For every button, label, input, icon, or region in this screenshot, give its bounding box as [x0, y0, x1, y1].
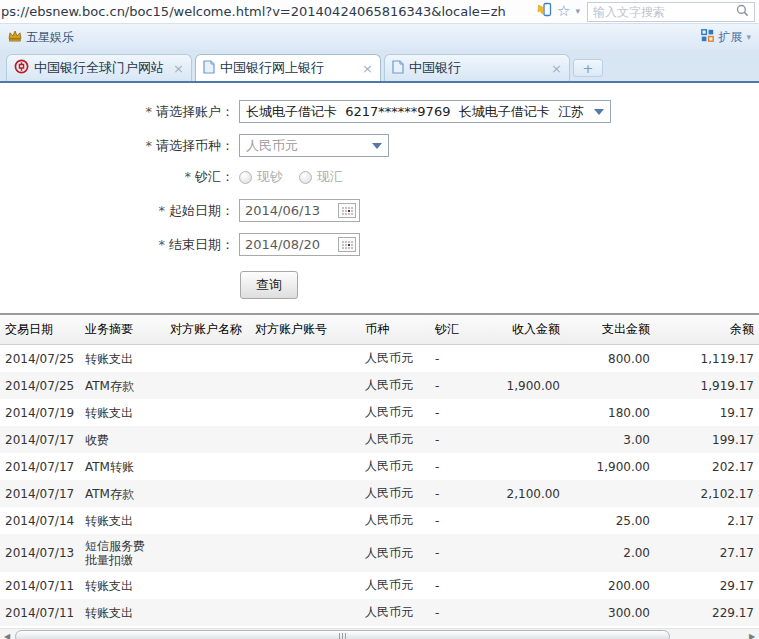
transaction-cell — [165, 572, 250, 599]
start-date-box — [239, 199, 360, 222]
scroll-right-icon[interactable]: ▶ — [745, 629, 759, 639]
transaction-cell: 转账支出 — [80, 399, 165, 426]
transaction-cell: ATM存款 — [80, 372, 165, 399]
scrollbar-grip — [345, 633, 346, 639]
start-date-input[interactable] — [245, 203, 325, 218]
transaction-cell: 2014/07/11 — [0, 599, 80, 626]
end-date-input[interactable] — [245, 237, 325, 252]
tab-close-icon[interactable]: × — [362, 62, 373, 75]
transaction-cell: 1,900.00 — [490, 372, 565, 399]
tab-close-icon[interactable]: × — [551, 62, 562, 75]
transaction-cell: - — [430, 507, 490, 534]
star-dropdown-icon[interactable]: ▾ — [575, 7, 580, 16]
tab-boc[interactable]: 中国银行 × — [384, 54, 570, 81]
transaction-cell — [250, 345, 360, 373]
send-to-phone-icon[interactable] — [537, 2, 552, 21]
col-header-currency: 币种 — [360, 314, 430, 345]
browser-window: ps://ebsnew.boc.cn/boc15/welcome.html?v=… — [0, 0, 759, 639]
transaction-cell: 199.17 — [655, 426, 759, 453]
col-header-income: 收入金额 — [490, 314, 565, 345]
transaction-cell — [250, 399, 360, 426]
account-select[interactable]: 长城电子借记卡 6217******9769 长城电子借记卡 江苏 — [239, 100, 611, 123]
transaction-cell: 短信服务费 批量扣缴 — [80, 534, 165, 572]
transaction-row: 2014/07/25转账支出人民币元-800.001,119.17 — [0, 345, 759, 373]
tab-label: 中国银行 — [409, 59, 546, 77]
transaction-cell — [165, 507, 250, 534]
transaction-cell: 2014/07/17 — [0, 480, 80, 507]
search-input[interactable] — [593, 5, 736, 19]
transaction-cell: 229.17 — [655, 599, 759, 626]
transaction-row: 2014/07/17收费人民币元-3.00199.17 — [0, 426, 759, 453]
boc-logo-icon — [14, 59, 29, 77]
transaction-cell — [490, 399, 565, 426]
transaction-cell: - — [430, 345, 490, 373]
scroll-left-icon[interactable]: ◀ — [0, 629, 14, 639]
cash-option[interactable]: 现钞 — [239, 168, 283, 186]
transaction-cell: - — [430, 480, 490, 507]
bookmark-star-icon[interactable]: ☆ — [557, 4, 570, 19]
address-url[interactable]: ps://ebsnew.boc.cn/boc15/welcome.html?v=… — [0, 4, 530, 19]
transaction-cell: 收费 — [80, 426, 165, 453]
tab-label: 中国银行网上银行 — [220, 59, 357, 77]
radio-cash[interactable] — [239, 171, 252, 184]
tab-close-icon[interactable]: × — [173, 62, 184, 75]
transaction-cell — [490, 572, 565, 599]
page-content: *请选择账户： 长城电子借记卡 6217******9769 长城电子借记卡 江… — [0, 83, 759, 639]
end-date-label: *结束日期： — [0, 236, 239, 254]
currency-label: *请选择币种： — [0, 137, 239, 155]
currency-select[interactable]: 人民币元 — [239, 134, 389, 157]
page-icon — [203, 60, 215, 77]
transaction-cell: 人民币元 — [360, 372, 430, 399]
transaction-cell: 25.00 — [565, 507, 655, 534]
transaction-cell: - — [430, 399, 490, 426]
transaction-cell: - — [430, 426, 490, 453]
transaction-cell: 转账支出 — [80, 345, 165, 373]
col-header-summary: 业务摘要 — [80, 314, 165, 345]
remit-option[interactable]: 现汇 — [299, 168, 343, 186]
page-icon — [392, 60, 404, 77]
transaction-cell: 2014/07/17 — [0, 426, 80, 453]
transaction-cell: 人民币元 — [360, 453, 430, 480]
scrollbar-grip — [342, 633, 343, 639]
transaction-cell — [250, 507, 360, 534]
extensions-button[interactable]: 扩展 ▾ — [701, 29, 751, 46]
col-header-counterparty-name: 对方账户名称 — [165, 314, 250, 345]
transaction-cell: - — [430, 599, 490, 626]
extensions-caret-icon: ▾ — [746, 33, 751, 42]
new-tab-button[interactable]: + — [573, 59, 603, 77]
required-mark: * — [159, 203, 166, 218]
transaction-cell — [250, 599, 360, 626]
bookmark-item[interactable]: 五星娱乐 — [8, 29, 74, 46]
tab-boc-online-banking[interactable]: 中国银行网上银行 × — [195, 54, 381, 81]
transaction-cell: - — [430, 572, 490, 599]
transaction-cell — [565, 480, 655, 507]
transaction-cell: 300.00 — [565, 599, 655, 626]
transaction-cell: 人民币元 — [360, 507, 430, 534]
transaction-cell: 19.17 — [655, 399, 759, 426]
transaction-cell: 180.00 — [565, 399, 655, 426]
query-button[interactable]: 查询 — [240, 271, 298, 299]
transaction-cell — [490, 453, 565, 480]
cash-option-label: 现钞 — [257, 168, 283, 186]
transaction-cell: 人民币元 — [360, 345, 430, 373]
calendar-icon[interactable] — [338, 237, 356, 252]
transaction-row: 2014/07/17ATM存款人民币元-2,100.002,102.17 — [0, 480, 759, 507]
search-icon[interactable] — [736, 2, 749, 21]
transaction-cell — [165, 480, 250, 507]
transaction-cell — [250, 572, 360, 599]
scrollbar-thumb[interactable] — [15, 630, 670, 639]
tab-boc-portal[interactable]: 中国银行全球门户网站 × — [6, 54, 192, 81]
transaction-cell: 2014/07/19 — [0, 399, 80, 426]
horizontal-scrollbar[interactable]: ◀ ▶ — [0, 628, 759, 639]
radio-remit[interactable] — [299, 171, 312, 184]
cash-remit-row: *钞汇： 现钞 现汇 — [0, 168, 759, 186]
calendar-icon[interactable] — [338, 203, 356, 218]
account-row: *请选择账户： 长城电子借记卡 6217******9769 长城电子借记卡 江… — [0, 100, 759, 123]
transaction-cell: 202.17 — [655, 453, 759, 480]
cash-remit-label: *钞汇： — [0, 168, 239, 186]
transaction-cell: - — [430, 372, 490, 399]
transaction-row: 2014/07/13短信服务费 批量扣缴人民币元-2.0027.17 — [0, 534, 759, 572]
currency-row: *请选择币种： 人民币元 — [0, 134, 759, 157]
transaction-cell: 2014/07/13 — [0, 534, 80, 572]
transaction-cell — [565, 372, 655, 399]
